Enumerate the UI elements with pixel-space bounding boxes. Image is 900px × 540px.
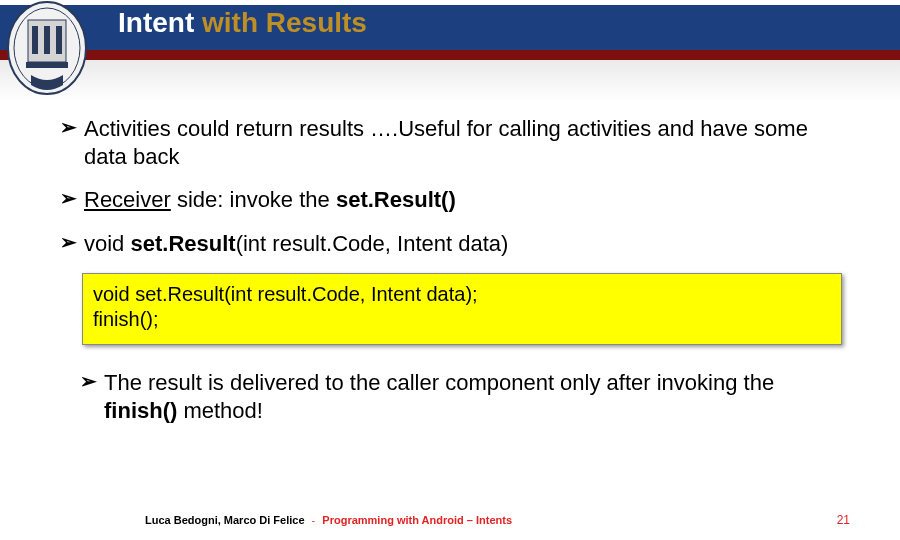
header-shade — [0, 60, 900, 102]
slide-title: Intent with Results — [118, 7, 367, 39]
title-part1: Intent — [118, 7, 202, 38]
code-line-2: finish(); — [93, 307, 831, 332]
title-band: Intent with Results — [0, 5, 900, 60]
bullet-1-text: Activities could return results ….Useful… — [84, 115, 850, 170]
footer-lecture: Programming with Android – Intents — [322, 514, 512, 526]
footer-authors: Luca Bedogni, Marco Di Felice — [145, 514, 305, 526]
bullet-2-text: Receiver side: invoke the set.Result() — [84, 186, 850, 214]
page-number: 21 — [837, 513, 850, 527]
bullet-2-underline: Receiver — [84, 187, 171, 212]
svg-rect-5 — [56, 26, 62, 54]
code-line-1: void set.Result(int result.Code, Intent … — [93, 282, 831, 307]
bullet-3-pre: void — [84, 231, 130, 256]
bullet-4-pre: The result is delivered to the caller co… — [104, 370, 774, 395]
bullet-3-post: (int result.Code, Intent data) — [236, 231, 509, 256]
svg-rect-6 — [26, 62, 68, 68]
bullet-3-text: void set.Result(int result.Code, Intent … — [84, 230, 850, 258]
footer-left: Luca Bedogni, Marco Di Felice - Programm… — [145, 514, 512, 526]
bullet-4-text: The result is delivered to the caller co… — [104, 369, 850, 424]
bullet-arrow-icon: ➢ — [60, 115, 84, 170]
university-seal-icon — [6, 0, 88, 100]
code-box: void set.Result(int result.Code, Intent … — [82, 273, 842, 345]
bullet-1: ➢ Activities could return results ….Usef… — [60, 115, 850, 170]
bullet-3: ➢ void set.Result(int result.Code, Inten… — [60, 230, 850, 258]
svg-rect-3 — [32, 26, 38, 54]
bullet-arrow-icon: ➢ — [60, 230, 84, 258]
bullet-2-bold: set.Result() — [336, 187, 456, 212]
content-area: ➢ Activities could return results ….Usef… — [60, 115, 850, 440]
footer-dash: - — [312, 514, 316, 526]
slide: Intent with Results ➢ Activities could r… — [0, 0, 900, 540]
bullet-arrow-icon: ➢ — [60, 186, 84, 214]
bullet-2-post: side: invoke the — [171, 187, 336, 212]
bullet-3-bold: set.Result — [130, 231, 235, 256]
bullet-4-bold: finish() — [104, 398, 177, 423]
bullet-4-post: method! — [177, 398, 263, 423]
bullet-4: ➢ The result is delivered to the caller … — [80, 369, 850, 424]
footer: Luca Bedogni, Marco Di Felice - Programm… — [0, 506, 900, 534]
bullet-arrow-icon: ➢ — [80, 369, 104, 424]
svg-rect-4 — [44, 26, 50, 54]
bullet-2: ➢ Receiver side: invoke the set.Result() — [60, 186, 850, 214]
title-part2: with Results — [202, 7, 367, 38]
